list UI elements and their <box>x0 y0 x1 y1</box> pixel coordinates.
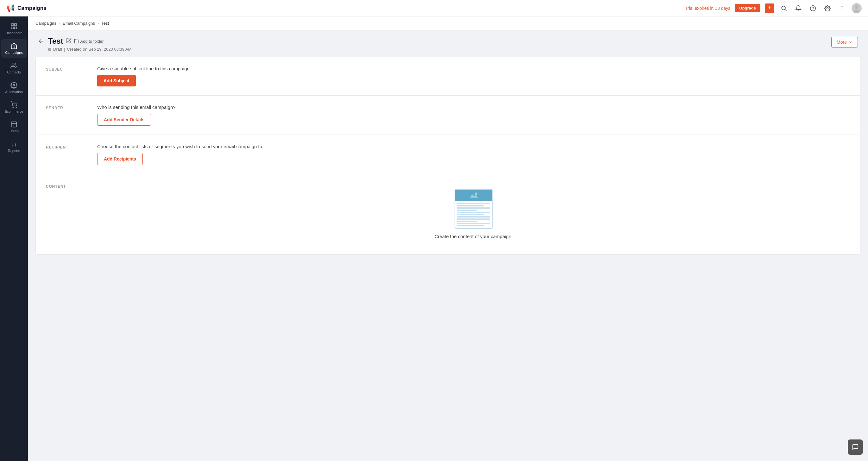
library-icon <box>10 121 18 128</box>
notifications-button[interactable] <box>793 3 803 13</box>
recipient-description: Choose the contact lists or segments you… <box>97 144 850 149</box>
subject-section: SUBJECT Give a suitable subject line to … <box>36 57 860 96</box>
svg-rect-12 <box>11 27 13 29</box>
sidebar-item-automation[interactable]: Automation <box>1 79 27 97</box>
chevron-down-icon <box>848 40 852 44</box>
campaign-status: Draft <box>53 47 62 52</box>
sidebar-item-campaigns[interactable]: Campaigns <box>1 39 27 58</box>
vertical-dots-icon <box>839 5 845 11</box>
email-line <box>457 221 477 222</box>
breadcrumb-sep-1: › <box>59 21 60 26</box>
upgrade-button[interactable]: Upgrade <box>735 4 761 12</box>
email-line <box>457 210 477 211</box>
content-area: Campaigns › Email Campaigns › Test Test <box>28 17 868 461</box>
breadcrumb-current: Test <box>101 21 109 26</box>
campaign-header: Test Add to folder Draft <box>28 30 868 57</box>
sender-content: Who is sending this email campaign? Add … <box>97 104 850 126</box>
email-template-header-img <box>455 190 492 201</box>
breadcrumb-email-campaigns[interactable]: Email Campaigns <box>63 21 95 26</box>
sidebar: Dashboard Campaigns Contacts Automation … <box>0 17 28 461</box>
pencil-icon <box>66 38 71 43</box>
edit-title-button[interactable] <box>66 38 71 44</box>
email-line <box>457 225 484 226</box>
svg-point-25 <box>475 192 477 195</box>
sender-section: SENDER Who is sending this email campaig… <box>36 96 860 135</box>
plus-icon: + <box>768 5 771 11</box>
svg-point-0 <box>782 6 785 10</box>
create-new-button[interactable]: + <box>765 3 774 13</box>
sidebar-item-library[interactable]: Library <box>1 118 27 136</box>
breadcrumb-campaigns[interactable]: Campaigns <box>35 21 56 26</box>
top-nav: 📢 Campaigns Trial expires in 13 days Upg… <box>0 0 868 17</box>
svg-point-6 <box>842 8 843 8</box>
breadcrumb-sep-2: › <box>97 21 99 26</box>
add-sender-button[interactable]: Add Sender Details <box>97 114 151 126</box>
email-line <box>457 223 490 224</box>
back-arrow-icon <box>38 38 44 44</box>
svg-rect-11 <box>14 24 17 26</box>
email-template-preview <box>455 189 493 228</box>
campaign-meta: Draft | Created on Sep 29, 2023 08:39 AM <box>48 47 131 52</box>
more-options-button[interactable] <box>837 3 847 13</box>
search-icon <box>781 5 787 11</box>
back-button[interactable] <box>38 38 44 46</box>
chat-widget[interactable] <box>848 439 863 455</box>
user-avatar[interactable] <box>851 3 862 13</box>
svg-point-16 <box>13 107 13 107</box>
sender-description: Who is sending this email campaign? <box>97 104 850 110</box>
sender-label: SENDER <box>46 104 87 126</box>
sidebar-item-ecommerce[interactable]: Ecommerce <box>1 98 27 117</box>
top-nav-left: 📢 Campaigns <box>6 4 46 12</box>
svg-point-8 <box>855 5 859 9</box>
chat-icon <box>852 443 859 451</box>
folder-icon <box>74 39 79 44</box>
email-line <box>457 207 490 209</box>
email-template-body <box>455 201 492 228</box>
recipient-section: RECIPIENT Choose the contact lists or se… <box>36 135 860 174</box>
search-button[interactable] <box>779 3 789 13</box>
email-line <box>457 212 490 213</box>
more-button[interactable]: More <box>831 37 858 48</box>
campaign-title-row: Test Add to folder <box>48 37 131 45</box>
svg-rect-10 <box>11 24 13 26</box>
content-label: CONTENT <box>46 183 87 245</box>
avatar-image <box>851 3 862 13</box>
content-section-body: Create the content of your campaign. <box>97 183 850 245</box>
bell-icon <box>795 5 802 11</box>
app-title: Campaigns <box>18 5 46 11</box>
campaign-meta-sep: | <box>64 47 65 52</box>
sidebar-item-dashboard[interactable]: Dashboard <box>1 20 27 38</box>
content-section: CONTENT <box>36 174 860 254</box>
email-line <box>457 205 484 207</box>
recipient-content: Choose the contact lists or segments you… <box>97 144 850 165</box>
add-recipients-button[interactable]: Add Recipients <box>97 153 143 165</box>
campaign-created-text: Created on Sep 29, 2023 08:39 AM <box>67 47 132 52</box>
content-description: Create the content of your campaign. <box>435 234 513 239</box>
svg-point-14 <box>12 63 14 65</box>
ecommerce-icon <box>10 101 18 108</box>
svg-point-9 <box>854 9 860 13</box>
campaign-body: SUBJECT Give a suitable subject line to … <box>35 57 860 254</box>
email-line <box>457 214 484 215</box>
breadcrumb: Campaigns › Email Campaigns › Test <box>28 17 868 30</box>
settings-button[interactable] <box>823 3 833 13</box>
content-illustration: Create the content of your campaign. <box>97 183 850 245</box>
subject-content: Give a suitable subject line to this cam… <box>97 66 850 86</box>
recipient-label: RECIPIENT <box>46 144 87 165</box>
add-to-folder-button[interactable]: Add to folder <box>74 39 104 44</box>
dashboard-icon <box>10 23 18 30</box>
svg-rect-13 <box>14 27 17 29</box>
email-line <box>457 216 490 217</box>
image-placeholder-icon <box>467 191 480 199</box>
sidebar-item-contacts[interactable]: Contacts <box>1 59 27 77</box>
svg-point-7 <box>842 9 843 10</box>
svg-point-5 <box>842 6 843 7</box>
sidebar-item-reports[interactable]: Reports <box>1 137 27 156</box>
app-logo-icon: 📢 <box>6 4 15 12</box>
svg-point-15 <box>13 84 15 86</box>
help-button[interactable] <box>808 3 818 13</box>
add-subject-button[interactable]: Add Subject <box>97 75 136 86</box>
subject-label: SUBJECT <box>46 66 87 86</box>
help-icon <box>810 5 816 11</box>
campaign-page: Test Add to folder Draft <box>28 30 868 461</box>
